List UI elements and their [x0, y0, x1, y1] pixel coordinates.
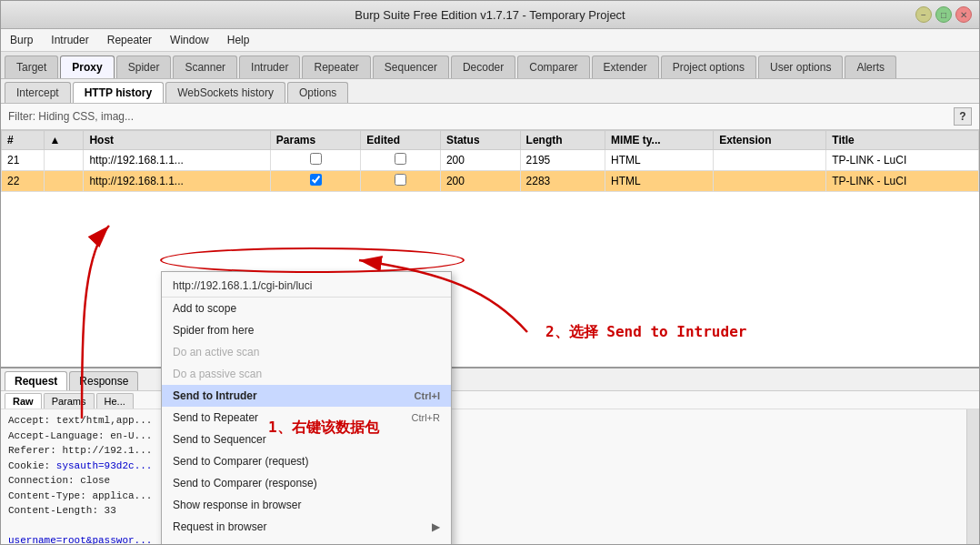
table-row[interactable]: 22 http://192.168.1.1... 200 2283 HTML T… [2, 171, 979, 192]
history-table: # ▲ Host Params Edited Status Length MIM… [1, 130, 979, 192]
help-button[interactable]: ? [954, 107, 972, 126]
cell-num: 22 [2, 171, 45, 192]
edited-checkbox[interactable] [395, 153, 406, 165]
sub-tab-bar: Intercept HTTP history WebSockets histor… [1, 79, 979, 104]
cell-status: 200 [440, 171, 520, 192]
ctx-shortcut-repeater: Ctrl+R [412, 412, 440, 423]
ctx-show-response-browser[interactable]: Show response in browser [162, 494, 451, 516]
cell-extension [714, 150, 826, 171]
col-params: Params [270, 131, 360, 150]
col-edited: Edited [361, 131, 441, 150]
tab-http-history[interactable]: HTTP history [73, 82, 164, 103]
cell-mime: HTML [605, 150, 714, 171]
req-line-6: Content-Type: applica... [8, 489, 959, 504]
tab-target[interactable]: Target [5, 56, 58, 78]
cell-title: TP-LINK - LuCI [826, 150, 979, 171]
cell-host: http://192.168.1.1... [84, 171, 270, 192]
menu-repeater[interactable]: Repeater [104, 32, 155, 48]
params-checkbox[interactable] [310, 153, 322, 165]
inner-tab-headers[interactable]: He... [96, 393, 134, 409]
cell-mime: HTML [605, 171, 714, 192]
ctx-spider-from-here[interactable]: Spider from here [162, 319, 451, 341]
tab-intruder[interactable]: Intruder [239, 56, 300, 78]
col-length: Length [520, 131, 605, 150]
cell-edited [361, 171, 441, 192]
request-text: Accept: text/html,app... Accept-Language… [1, 409, 966, 544]
tab-project-options[interactable]: Project options [661, 56, 756, 78]
tab-alerts[interactable]: Alerts [845, 56, 896, 78]
ctx-shortcut-intruder: Ctrl+I [415, 390, 440, 401]
main-tab-bar: Target Proxy Spider Scanner Intruder Rep… [1, 52, 979, 79]
cell-title: TP-LINK - LuCI [826, 171, 979, 192]
filter-bar: Filter: Hiding CSS, imag... ? [1, 104, 979, 130]
ctx-send-to-comparer-req[interactable]: Send to Comparer (request) [162, 450, 451, 472]
tab-extender[interactable]: Extender [592, 56, 659, 78]
close-button[interactable]: ✕ [955, 6, 972, 23]
context-menu: http://192.168.1.1/cgi-bin/luci Add to s… [161, 271, 452, 544]
req-line-5: Connection: close [8, 473, 959, 489]
col-sort[interactable]: ▲ [44, 131, 84, 150]
req-line-3: Referer: http://192.1... [8, 443, 959, 459]
req-line-4: Cookie: sysauth=93d2c... [8, 459, 959, 474]
cell-extension [714, 171, 826, 192]
cell-sort [44, 150, 84, 171]
tab-options[interactable]: Options [287, 82, 348, 103]
context-menu-url: http://192.168.1.1/cgi-bin/luci [162, 275, 451, 298]
req-line-7: Content-Length: 33 [8, 503, 959, 519]
tab-sequencer[interactable]: Sequencer [373, 56, 449, 78]
inner-tab-params[interactable]: Params [44, 393, 95, 409]
tab-scanner[interactable]: Scanner [173, 56, 237, 78]
minimize-button[interactable]: − [915, 6, 932, 23]
cell-length: 2195 [520, 150, 605, 171]
vertical-scrollbar[interactable] [966, 409, 979, 544]
req-line-2: Accept-Language: en-U... [8, 429, 959, 444]
filter-text[interactable]: Filter: Hiding CSS, imag... [8, 110, 134, 123]
main-window: Burp Suite Free Edition v1.7.17 - Tempor… [0, 0, 980, 545]
ctx-arrow-browser: ▶ [432, 520, 440, 533]
maximize-button[interactable]: □ [935, 6, 952, 23]
ctx-send-to-intruder[interactable]: Send to Intruder Ctrl+I [162, 385, 451, 407]
col-num: # [2, 131, 45, 150]
cell-num: 21 [2, 150, 45, 171]
tab-repeater[interactable]: Repeater [302, 56, 370, 78]
tab-decoder[interactable]: Decoder [451, 56, 515, 78]
tab-spider[interactable]: Spider [116, 56, 172, 78]
tab-intercept[interactable]: Intercept [5, 82, 71, 103]
cell-status: 200 [440, 150, 520, 171]
ctx-send-to-sequencer[interactable]: Send to Sequencer [162, 429, 451, 450]
cookie-value: sysauth=93d2c... [56, 460, 153, 471]
inner-tab-raw[interactable]: Raw [5, 393, 42, 409]
menu-window[interactable]: Window [166, 32, 213, 48]
title-bar: Burp Suite Free Edition v1.7.17 - Tempor… [1, 1, 979, 29]
tab-user-options[interactable]: User options [758, 56, 843, 78]
tab-response[interactable]: Response [69, 371, 138, 390]
col-status: Status [440, 131, 520, 150]
ctx-active-scan: Do an active scan [162, 341, 451, 363]
tab-websockets-history[interactable]: WebSockets history [165, 82, 285, 103]
col-title: Title [826, 131, 979, 150]
tab-comparer[interactable]: Comparer [517, 56, 589, 78]
menu-intruder[interactable]: Intruder [47, 32, 92, 48]
col-extension: Extension [714, 131, 826, 150]
window-controls: − □ ✕ [915, 6, 972, 23]
ctx-send-to-comparer-res[interactable]: Send to Comparer (response) [162, 472, 451, 494]
ctx-add-to-scope[interactable]: Add to scope [162, 298, 451, 319]
cell-length: 2283 [520, 171, 605, 192]
cell-params [270, 150, 360, 171]
username-value: username=root&passwor... [8, 535, 152, 544]
ctx-send-to-repeater[interactable]: Send to Repeater Ctrl+R [162, 407, 451, 429]
tab-request[interactable]: Request [5, 371, 67, 390]
ctx-request-in-browser[interactable]: Request in browser ▶ [162, 516, 451, 538]
edited-checkbox[interactable] [395, 174, 406, 186]
menu-burp[interactable]: Burp [6, 32, 36, 48]
req-res-tab-bar: Request Response [1, 368, 979, 391]
req-line-9: username=root&passwor... [8, 533, 959, 544]
tab-proxy[interactable]: Proxy [60, 56, 114, 78]
params-checkbox[interactable] [310, 174, 322, 186]
menu-bar: Burp Intruder Repeater Window Help [1, 29, 979, 52]
menu-help[interactable]: Help [224, 32, 254, 48]
req-line-8 [8, 519, 959, 534]
table-row[interactable]: 21 http://192.168.1.1... 200 2195 HTML T… [2, 150, 979, 171]
ctx-engagement-tools[interactable]: Engagement tools [Pro version only] ▶ [162, 538, 451, 544]
ctx-arrow-engagement: ▶ [432, 542, 440, 544]
